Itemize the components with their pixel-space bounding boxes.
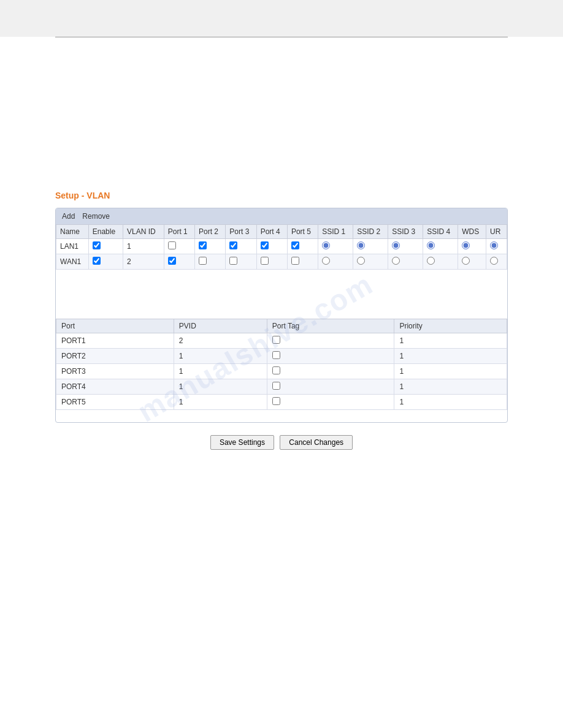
- vlan-card: Add Remove Name Enable VLAN ID Port 1 Po…: [55, 208, 508, 423]
- cell-tag[interactable]: [267, 349, 394, 364]
- main-content: Setup - VLAN Add Remove Name Enable VLAN…: [0, 37, 563, 480]
- cell-port5[interactable]: [287, 239, 318, 254]
- cell-vlanid: 1: [123, 239, 164, 254]
- cell-port3[interactable]: [226, 239, 256, 254]
- cell-port3[interactable]: [226, 254, 256, 270]
- ssid4-radio[interactable]: [427, 241, 435, 249]
- col-port4: Port 4: [256, 225, 287, 239]
- cell-ssid2[interactable]: [353, 254, 388, 270]
- col-port1: Port 1: [164, 225, 194, 239]
- cell-wds[interactable]: [458, 239, 486, 254]
- wds-radio[interactable]: [462, 257, 470, 265]
- remove-button[interactable]: Remove: [82, 212, 110, 221]
- col-ur: UR: [486, 225, 507, 239]
- ur-radio[interactable]: [490, 257, 498, 265]
- port-col-tag: Port Tag: [267, 319, 394, 333]
- port-col-pvid: PVID: [174, 319, 267, 333]
- port1-checkbox[interactable]: [168, 257, 176, 265]
- ur-radio[interactable]: [490, 241, 498, 249]
- add-button[interactable]: Add: [62, 212, 75, 221]
- col-port3: Port 3: [226, 225, 256, 239]
- ssid3-radio[interactable]: [392, 257, 400, 265]
- port4-checkbox[interactable]: [261, 241, 269, 249]
- cell-pvid: 2: [174, 333, 267, 349]
- table-row: LAN1 1: [56, 239, 507, 254]
- cell-priority: 1: [394, 333, 507, 349]
- col-vlanid: VLAN ID: [123, 225, 164, 239]
- cell-enable[interactable]: [88, 239, 123, 254]
- col-ssid1: SSID 1: [318, 225, 353, 239]
- cell-wds[interactable]: [458, 254, 486, 270]
- port-tag-checkbox[interactable]: [272, 366, 280, 374]
- cell-pvid: 1: [174, 379, 267, 395]
- cell-port: PORT2: [56, 349, 174, 364]
- cell-priority: 1: [394, 379, 507, 395]
- cell-ssid3[interactable]: [388, 254, 423, 270]
- col-wds: WDS: [458, 225, 486, 239]
- cell-port2[interactable]: [195, 239, 226, 254]
- ssid2-radio[interactable]: [357, 257, 365, 265]
- cell-port: PORT4: [56, 379, 174, 395]
- table-row: PORT4 1 1: [56, 379, 507, 395]
- cell-tag[interactable]: [267, 395, 394, 410]
- table-row: PORT5 1 1: [56, 395, 507, 410]
- cell-port: PORT1: [56, 333, 174, 349]
- cell-vlanid: 2: [123, 254, 164, 270]
- cell-ur[interactable]: [486, 254, 507, 270]
- cell-pvid: 1: [174, 395, 267, 410]
- button-row: Save Settings Cancel Changes: [55, 435, 508, 462]
- port3-checkbox[interactable]: [229, 241, 237, 249]
- cell-port2[interactable]: [195, 254, 226, 270]
- col-enable: Enable: [88, 225, 123, 239]
- enable-checkbox[interactable]: [93, 241, 101, 249]
- cell-priority: 1: [394, 364, 507, 379]
- cell-ssid1[interactable]: [318, 254, 353, 270]
- cell-tag[interactable]: [267, 333, 394, 349]
- cell-port1[interactable]: [164, 254, 194, 270]
- page-title: Setup - VLAN: [55, 191, 508, 200]
- ssid3-radio[interactable]: [392, 241, 400, 249]
- cell-port4[interactable]: [256, 254, 287, 270]
- cell-port1[interactable]: [164, 239, 194, 254]
- port2-checkbox[interactable]: [199, 241, 207, 249]
- ssid1-radio[interactable]: [322, 241, 330, 249]
- col-port2: Port 2: [195, 225, 226, 239]
- enable-checkbox[interactable]: [93, 257, 101, 265]
- port3-checkbox[interactable]: [229, 257, 237, 265]
- cell-ssid4[interactable]: [423, 239, 458, 254]
- port-col-priority: Priority: [394, 319, 507, 333]
- ssid2-radio[interactable]: [357, 241, 365, 249]
- port4-checkbox[interactable]: [261, 257, 269, 265]
- cell-ssid3[interactable]: [388, 239, 423, 254]
- cancel-button[interactable]: Cancel Changes: [280, 435, 353, 450]
- port5-checkbox[interactable]: [291, 257, 299, 265]
- cell-ssid4[interactable]: [423, 254, 458, 270]
- cell-ur[interactable]: [486, 239, 507, 254]
- cell-enable[interactable]: [88, 254, 123, 270]
- vlan-table: Name Enable VLAN ID Port 1 Port 2 Port 3…: [56, 224, 507, 270]
- cell-ssid1[interactable]: [318, 239, 353, 254]
- port5-checkbox[interactable]: [291, 241, 299, 249]
- cell-port4[interactable]: [256, 239, 287, 254]
- port-tag-checkbox[interactable]: [272, 382, 280, 390]
- port-table: Port PVID Port Tag Priority PORT1 2 1 PO…: [56, 319, 507, 410]
- card-toolbar: Add Remove: [56, 208, 507, 224]
- port2-checkbox[interactable]: [199, 257, 207, 265]
- save-button[interactable]: Save Settings: [210, 435, 274, 450]
- cell-port5[interactable]: [287, 254, 318, 270]
- port-tag-checkbox[interactable]: [272, 397, 280, 405]
- cell-tag[interactable]: [267, 379, 394, 395]
- ssid4-radio[interactable]: [427, 257, 435, 265]
- ssid1-radio[interactable]: [322, 257, 330, 265]
- port-tag-checkbox[interactable]: [272, 351, 280, 359]
- vlan-table-header-row: Name Enable VLAN ID Port 1 Port 2 Port 3…: [56, 225, 507, 239]
- cell-tag[interactable]: [267, 364, 394, 379]
- table-row: WAN1 2: [56, 254, 507, 270]
- port1-checkbox[interactable]: [168, 241, 176, 249]
- port-tag-checkbox[interactable]: [272, 336, 280, 344]
- cell-pvid: 1: [174, 349, 267, 364]
- wds-radio[interactable]: [462, 241, 470, 249]
- col-port5: Port 5: [287, 225, 318, 239]
- bottom-spacer: [56, 410, 507, 422]
- cell-ssid2[interactable]: [353, 239, 388, 254]
